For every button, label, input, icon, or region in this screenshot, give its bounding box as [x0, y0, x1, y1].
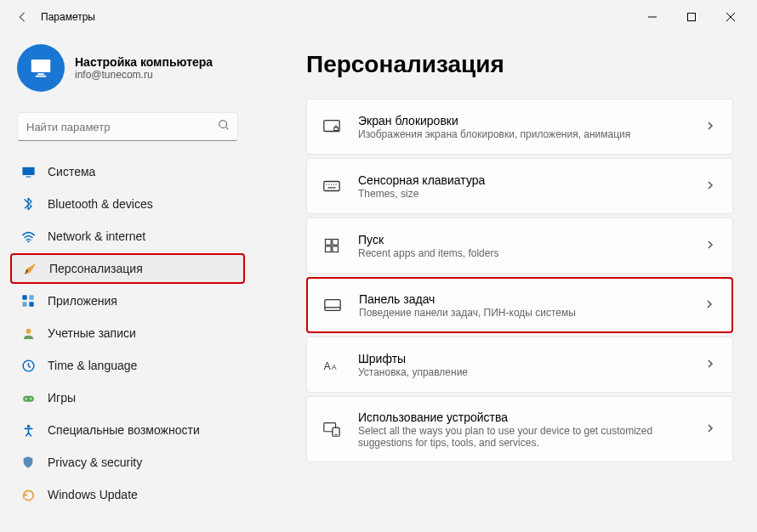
- accounts-icon: [20, 325, 36, 341]
- svg-rect-4: [31, 59, 51, 72]
- search-input[interactable]: [17, 112, 238, 141]
- sidebar-item-network[interactable]: Network & internet: [10, 221, 245, 252]
- setting-title: Экран блокировки: [358, 114, 688, 127]
- setting-title: Сенсорная клавиатура: [358, 173, 688, 187]
- sidebar-item-label: Time & language: [48, 359, 137, 372]
- sidebar-item-gaming[interactable]: Игры: [10, 382, 245, 413]
- svg-rect-9: [22, 167, 34, 174]
- start-icon: [322, 236, 341, 255]
- sidebar-item-label: Network & internet: [48, 229, 145, 243]
- chevron-right-icon: [705, 238, 715, 253]
- setting-desc: Recent apps and items, folders: [358, 247, 688, 259]
- chevron-right-icon: [705, 422, 715, 437]
- svg-point-21: [26, 424, 30, 427]
- maximize-button[interactable]: [672, 3, 711, 31]
- sidebar-item-label: Privacy & security: [48, 456, 142, 469]
- svg-rect-32: [333, 240, 339, 246]
- gaming-icon: [20, 390, 36, 405]
- sidebar-item-label: Персонализация: [49, 262, 143, 275]
- apps-icon: [20, 293, 36, 308]
- sidebar-item-label: Windows Update: [48, 488, 138, 501]
- nav-list: Система Bluetooth & devices Network & in…: [10, 156, 245, 510]
- main-panel: Персонализация Экран блокировки Изображе…: [255, 34, 757, 532]
- svg-rect-15: [29, 302, 33, 306]
- sidebar-item-label: Учетные записи: [48, 326, 136, 340]
- page-title: Персонализация: [306, 51, 733, 78]
- svg-rect-35: [325, 300, 340, 311]
- svg-text:A: A: [332, 364, 337, 371]
- sidebar-item-time[interactable]: Time & language: [10, 350, 245, 381]
- sidebar-item-privacy[interactable]: Privacy & security: [10, 447, 245, 478]
- sidebar-item-update[interactable]: Windows Update: [10, 479, 245, 510]
- setting-touch-keyboard[interactable]: Сенсорная клавиатура Themes, size: [306, 158, 733, 214]
- svg-rect-12: [22, 295, 26, 299]
- close-button[interactable]: [711, 3, 750, 31]
- setting-desc: Поведение панели задач, ПИН-коды системы: [359, 307, 687, 319]
- update-icon: [20, 487, 36, 502]
- svg-rect-34: [333, 246, 339, 252]
- svg-rect-31: [326, 240, 332, 246]
- setting-desc: Изображения экрана блокировки, приложени…: [358, 128, 688, 140]
- setting-desc: Themes, size: [358, 188, 688, 200]
- sidebar-item-label: Приложения: [48, 294, 117, 308]
- minimize-button[interactable]: [633, 3, 672, 31]
- setting-title: Использование устройства: [358, 410, 688, 424]
- svg-rect-23: [334, 127, 339, 131]
- close-icon: [726, 13, 735, 21]
- svg-rect-24: [324, 182, 339, 191]
- sidebar-item-system[interactable]: Система: [10, 156, 245, 187]
- fonts-icon: AA: [322, 355, 341, 374]
- svg-rect-14: [22, 302, 26, 306]
- svg-rect-33: [326, 246, 332, 252]
- taskbar-icon: [323, 296, 342, 314]
- personalization-icon: [22, 261, 37, 276]
- avatar: [17, 44, 65, 92]
- setting-title: Пуск: [358, 233, 688, 246]
- sidebar-item-label: Bluetooth & devices: [48, 197, 153, 211]
- profile-email: info@tunecom.ru: [75, 69, 213, 81]
- setting-device-usage[interactable]: Использование устройства Select all the …: [306, 396, 733, 462]
- chevron-right-icon: [705, 357, 715, 372]
- svg-rect-22: [324, 121, 339, 132]
- sidebar-item-apps[interactable]: Приложения: [10, 286, 245, 316]
- chevron-right-icon: [705, 178, 715, 194]
- svg-rect-6: [36, 76, 47, 77]
- titlebar: Параметры: [0, 0, 757, 34]
- svg-rect-13: [29, 295, 33, 299]
- sidebar-item-accounts[interactable]: Учетные записи: [10, 318, 245, 348]
- minimize-icon: [648, 13, 657, 21]
- back-button[interactable]: [7, 2, 37, 32]
- network-icon: [20, 229, 36, 244]
- monitor-icon: [28, 55, 54, 81]
- profile-name: Настройка компьютера: [75, 55, 213, 69]
- svg-text:A: A: [324, 360, 331, 372]
- setting-desc: Установка, управление: [358, 366, 688, 378]
- svg-rect-18: [23, 395, 34, 401]
- device-usage-icon: [322, 420, 341, 439]
- sidebar-item-bluetooth[interactable]: Bluetooth & devices: [10, 189, 245, 219]
- svg-point-19: [25, 398, 26, 399]
- keyboard-icon: [322, 177, 341, 195]
- setting-fonts[interactable]: AA Шрифты Установка, управление: [306, 337, 733, 393]
- setting-lock-screen[interactable]: Экран блокировки Изображения экрана блок…: [306, 99, 733, 155]
- back-arrow-icon: [16, 11, 28, 23]
- svg-point-7: [219, 121, 227, 128]
- accessibility-icon: [20, 422, 36, 438]
- sidebar-item-accessibility[interactable]: Специальные возможности: [10, 415, 245, 445]
- svg-point-11: [27, 241, 29, 242]
- bluetooth-icon: [20, 196, 36, 212]
- setting-title: Панель задач: [359, 292, 687, 306]
- chevron-right-icon: [705, 119, 715, 134]
- window-title: Параметры: [41, 11, 95, 23]
- sidebar-item-personalization[interactable]: Персонализация: [10, 253, 245, 284]
- svg-rect-5: [37, 73, 44, 75]
- setting-title: Шрифты: [358, 352, 688, 365]
- profile-section[interactable]: Настройка компьютера info@tunecom.ru: [10, 34, 245, 109]
- svg-rect-10: [26, 176, 31, 177]
- sidebar-item-label: Специальные возможности: [48, 423, 200, 437]
- sidebar-item-label: Игры: [48, 391, 76, 405]
- sidebar: Настройка компьютера info@tunecom.ru Сис…: [0, 34, 255, 532]
- setting-start[interactable]: Пуск Recent apps and items, folders: [306, 218, 733, 274]
- lock-screen-icon: [322, 117, 341, 136]
- setting-taskbar[interactable]: Панель задач Поведение панели задач, ПИН…: [306, 277, 733, 333]
